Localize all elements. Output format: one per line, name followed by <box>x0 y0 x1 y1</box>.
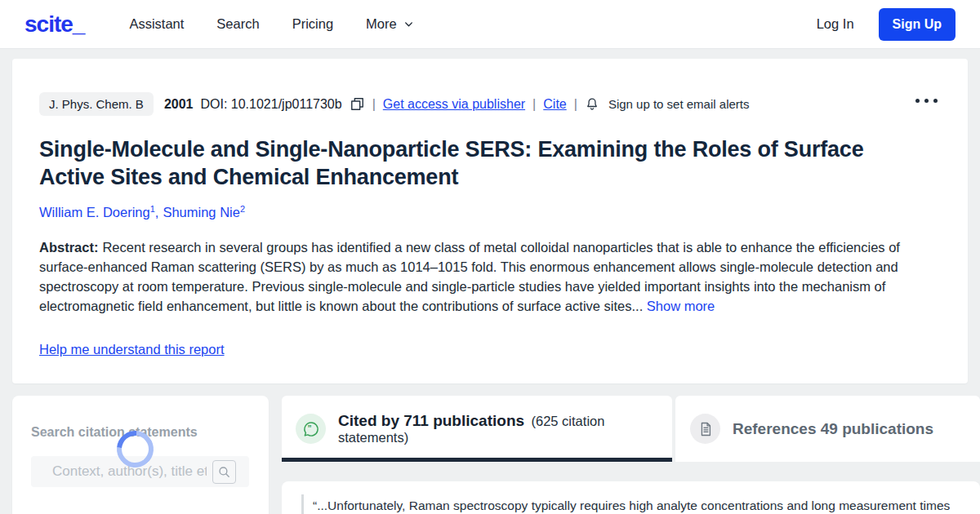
abstract-text: Recent research in several groups has id… <box>39 240 900 313</box>
abstract-label: Abstract: <box>39 240 98 255</box>
document-icon <box>690 414 720 444</box>
copy-icon <box>350 96 365 112</box>
top-nav-bar: scite_ Assistant Search Pricing More Log… <box>0 0 980 49</box>
chevron-down-icon <box>403 19 414 29</box>
authors-row: William E. Doering1,Shuming Nie2 <box>39 203 941 220</box>
more-options-icon[interactable] <box>912 95 941 106</box>
help-understand-link[interactable]: Help me understand this report <box>39 342 225 357</box>
citation-statement-text: “...Unfortunately, Raman spectroscopy ty… <box>313 498 950 513</box>
nav-search[interactable]: Search <box>216 16 259 32</box>
show-more-link[interactable]: Show more <box>647 299 715 313</box>
separator: | <box>532 97 536 112</box>
publication-year: 2001 <box>164 97 194 112</box>
log-in-link[interactable]: Log In <box>817 16 854 32</box>
search-panel-heading: Search citation statements <box>31 425 198 440</box>
doi-text: DOI: 10.1021/jp011730b <box>200 97 341 112</box>
nav-more-label: More <box>366 16 397 32</box>
abstract-paragraph: Abstract:Recent research in several grou… <box>39 237 941 316</box>
search-icon <box>217 465 231 479</box>
quote-accent-bar <box>301 494 304 514</box>
get-access-link[interactable]: Get access via publisher <box>383 97 525 112</box>
citation-statement-card: “...Unfortunately, Raman spectroscopy ty… <box>282 481 980 514</box>
svg-text:”: ” <box>307 424 311 433</box>
header-actions: Log In Sign Up <box>817 8 956 41</box>
tab-cited-by[interactable]: ” Cited by 711 publications (625 citatio… <box>282 396 672 462</box>
sign-up-button[interactable]: Sign Up <box>879 8 956 41</box>
author-affiliation-sup: 1 <box>150 203 155 213</box>
citation-search-panel: Search citation statements <box>12 396 269 514</box>
separator: | <box>574 97 577 112</box>
search-submit-button[interactable] <box>212 460 236 484</box>
author-link[interactable]: William E. Doering1 <box>39 205 155 219</box>
scite-logo[interactable]: scite_ <box>24 11 84 38</box>
cite-link[interactable]: Cite <box>543 97 566 112</box>
separator: | <box>372 97 376 112</box>
email-alerts-link[interactable]: Sign up to set email alerts <box>608 97 750 111</box>
citation-quote-icon: ” <box>296 414 326 444</box>
author-affiliation-sup: 2 <box>240 203 245 213</box>
tab-references[interactable]: References 49 publications <box>675 396 980 462</box>
bell-icon <box>585 96 599 112</box>
copy-doi-button[interactable] <box>350 96 365 112</box>
paper-card: J. Phys. Chem. B 2001 DOI: 10.1021/jp011… <box>12 59 968 383</box>
references-label: References 49 publications <box>733 420 933 438</box>
journal-badge: J. Phys. Chem. B <box>39 92 154 116</box>
author-link[interactable]: Shuming Nie2 <box>163 205 245 219</box>
nav-more[interactable]: More <box>366 16 414 32</box>
nav-assistant[interactable]: Assistant <box>129 16 184 32</box>
paper-meta-row: J. Phys. Chem. B 2001 DOI: 10.1021/jp011… <box>39 92 941 116</box>
paper-title: Single-Molecule and Single-Nanoparticle … <box>39 135 905 191</box>
main-nav: Assistant Search Pricing More <box>129 16 413 32</box>
nav-pricing[interactable]: Pricing <box>292 16 333 32</box>
cited-by-label: Cited by 711 publications <box>338 412 524 429</box>
authors-separator: , <box>155 205 159 219</box>
